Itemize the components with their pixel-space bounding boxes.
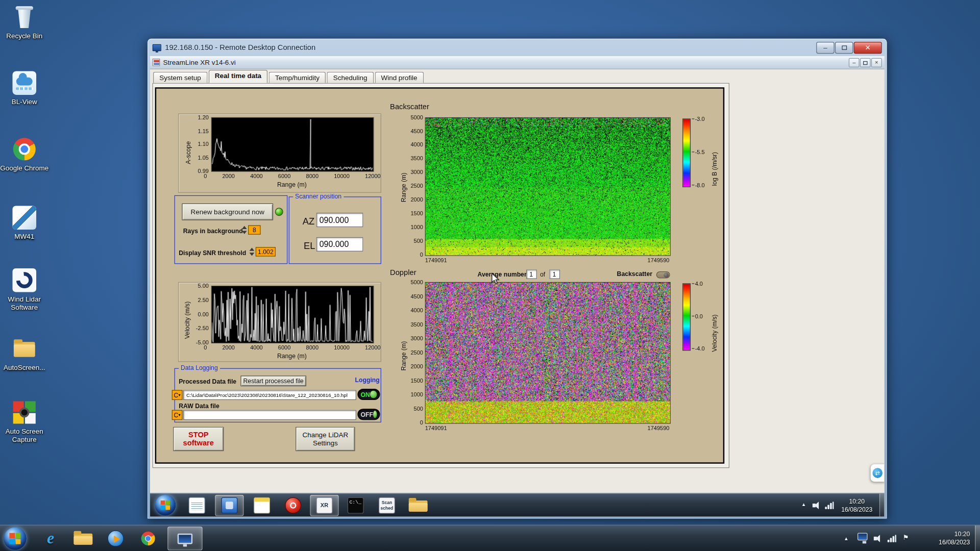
snr-value-field[interactable]: 1.002 — [256, 247, 276, 256]
backscatter-display-toggle[interactable] — [656, 271, 670, 278]
host-taskbar: e ▲ ⚑ 10:20 16/08/2023 — [0, 525, 980, 551]
backscatter-title: Backscatter — [390, 103, 429, 111]
restart-processed-file-button[interactable]: Restart processed file — [240, 375, 306, 386]
app-close-button[interactable]: × — [871, 58, 882, 67]
xr-app-icon: XR — [316, 497, 333, 514]
raw-data-file-label: RAW Data file — [179, 403, 219, 409]
remote-taskbar-power[interactable] — [279, 495, 307, 516]
tab-temp-humidity[interactable]: Temp/humidity — [269, 72, 326, 83]
desktop-icon-label: Wind Lidar Software — [0, 295, 49, 312]
desktop-icon-google-chrome[interactable]: Google Chrome — [0, 136, 49, 172]
velocity-xlabel: Range (m) — [211, 353, 373, 359]
recycle-bin-icon — [11, 4, 37, 30]
tab-scheduling[interactable]: Scheduling — [327, 72, 374, 83]
desktop-icon-recycle-bin[interactable]: Recycle Bin — [0, 4, 49, 40]
remote-start-button[interactable] — [155, 495, 176, 515]
desktop-icon-mw41[interactable]: MW41 — [0, 205, 49, 241]
processed-path-input[interactable]: C:\Lidar\Data\Proc\2023\202308\20230816\… — [183, 390, 356, 400]
remote-clock-date: 16/08/2023 — [836, 506, 877, 514]
raw-path-input[interactable] — [183, 410, 356, 420]
desktop-icon-autoscreen[interactable]: AutoScreen... — [0, 336, 49, 372]
a-scope-xlabel: Range (m) — [211, 181, 373, 188]
backscatter-colorbar — [682, 118, 691, 187]
host-taskbar-media-player[interactable] — [103, 527, 129, 550]
doppler-plot — [425, 282, 671, 424]
tray-display-icon[interactable] — [857, 533, 868, 541]
renew-background-button[interactable]: Renew background now — [182, 204, 273, 220]
az-input[interactable]: 090.000 — [316, 213, 363, 227]
raw-drive-selector[interactable]: C▾ — [172, 410, 183, 420]
rdp-maximize-button[interactable] — [835, 41, 853, 53]
console-icon: C:\_ — [348, 497, 364, 514]
rdp-titlebar[interactable]: 192.168.0.150 - Remote Desktop Connectio… — [148, 39, 887, 56]
processed-logging-toggle[interactable]: ON — [357, 389, 380, 400]
rays-stepper[interactable] — [241, 226, 247, 235]
stop-software-button[interactable]: STOPsoftware — [173, 427, 224, 452]
processed-drive-selector[interactable]: C▾ — [172, 390, 183, 400]
change-lidar-settings-button[interactable]: Change LiDARSettings — [296, 427, 355, 452]
doppler-colorbar-ticks: 4.00.0-4.0 — [692, 281, 705, 352]
windows-flag-icon — [10, 533, 20, 544]
blue-app-icon — [221, 497, 237, 514]
ie-icon: e — [47, 529, 54, 548]
rdp-window: 192.168.0.150 - Remote Desktop Connectio… — [148, 39, 887, 519]
remote-taskbar-xr-app[interactable]: XR — [310, 495, 338, 516]
host-taskbar-internet-explorer[interactable]: e — [37, 527, 63, 550]
app-titlebar[interactable]: StreamLine XR v14-6.vi – × — [150, 56, 885, 69]
scan-scheduler-icon: Scan sched — [379, 497, 395, 514]
tab-system-setup[interactable]: System setup — [153, 72, 207, 83]
average-total-input[interactable]: 1 — [549, 269, 560, 279]
host-taskbar-explorer[interactable] — [70, 527, 96, 550]
tray-volume-icon[interactable] — [874, 535, 883, 542]
host-show-desktop-button[interactable] — [975, 525, 980, 551]
remote-taskbar-console[interactable]: C:\_ — [341, 495, 370, 516]
velocity-plot — [211, 286, 374, 343]
host-taskbar-rdp-active[interactable] — [167, 527, 203, 550]
streamline-app-window: StreamLine XR v14-6.vi – × System setup … — [150, 56, 885, 493]
tray-network-icon[interactable] — [888, 535, 896, 542]
snr-stepper[interactable] — [249, 247, 254, 256]
host-clock[interactable]: 10:20 16/08/2023 — [919, 530, 970, 546]
remote-clock[interactable]: 10:20 16/08/2023 — [836, 497, 877, 514]
remote-taskbar-scan-scheduler[interactable]: Scan sched — [373, 495, 401, 516]
host-tray-expand-icon[interactable]: ▲ — [844, 536, 849, 542]
raw-logging-toggle[interactable]: OFF — [357, 409, 380, 420]
remote-taskbar-folder[interactable] — [404, 495, 432, 516]
desktop-icon-auto-screen-capture[interactable]: Auto Screen Capture — [0, 399, 49, 444]
tray-flag-icon[interactable]: ⚑ — [902, 534, 909, 542]
host-start-button[interactable] — [4, 528, 26, 550]
average-of-label: of — [540, 271, 545, 278]
desktop-icon-wind-lidar[interactable]: Wind Lidar Software — [0, 267, 49, 311]
logging-label: Logging — [355, 377, 380, 383]
media-player-icon — [108, 531, 124, 547]
app-restore-button[interactable] — [860, 58, 871, 67]
remote-tray-expand-icon[interactable]: ▲ — [801, 502, 806, 507]
backscatter-xtick-labels: 17490911749590 — [425, 257, 670, 263]
host-taskbar-chrome[interactable] — [135, 527, 161, 550]
tab-wind-profile[interactable]: Wind profile — [375, 72, 424, 83]
app-minimize-button[interactable]: – — [849, 58, 860, 67]
scanner-position-title: Scanner position — [293, 193, 344, 199]
rdp-close-button[interactable]: ✕ — [854, 41, 882, 53]
doppler-xtick-labels: 17490911749590 — [425, 425, 670, 431]
processed-data-file-label: Processed Data file — [179, 378, 236, 385]
folder-icon — [11, 336, 37, 362]
remote-taskbar-notepad[interactable] — [183, 495, 211, 516]
rays-value-field[interactable]: 8 — [248, 226, 260, 235]
remote-taskbar-notes[interactable] — [248, 495, 276, 516]
tab-real-time-data[interactable]: Real time data — [209, 70, 268, 83]
doppler-colorbar-label: Velocity (m/s) — [711, 287, 718, 352]
notes-icon — [254, 497, 270, 514]
velocity-ytick-labels: 5.002.500.00-2.50-5.00 — [189, 283, 209, 346]
el-input[interactable]: 090.000 — [316, 237, 363, 252]
remote-volume-icon[interactable] — [813, 502, 821, 509]
rdp-minimize-button[interactable]: – — [816, 41, 835, 53]
remote-taskbar-blue-app[interactable] — [215, 495, 243, 516]
velocity-graph: Velocity (m/s) 5.002.500.00-2.50-5.00 02… — [178, 282, 381, 362]
bl-view-icon — [11, 70, 37, 96]
average-number-input[interactable]: 1 — [526, 269, 537, 279]
remote-show-desktop-button[interactable] — [879, 493, 885, 516]
desktop-icon-bl-view[interactable]: BL-View — [0, 70, 49, 106]
teamviewer-panel-tab[interactable]: ⇄ — [871, 464, 885, 482]
remote-network-icon[interactable] — [825, 502, 834, 509]
